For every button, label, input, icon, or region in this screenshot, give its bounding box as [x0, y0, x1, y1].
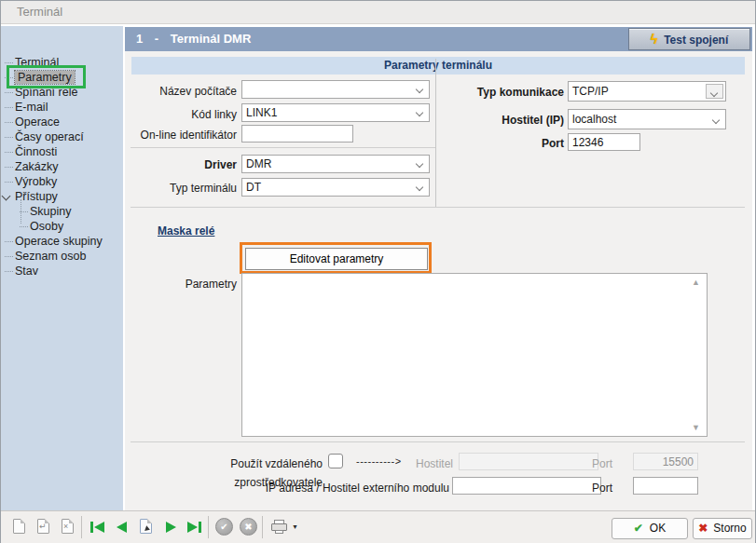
storno-button[interactable]: ✖Storno — [693, 518, 752, 539]
confirm-icon[interactable]: ✔ — [213, 516, 236, 538]
green-annotation-box — [7, 65, 86, 88]
use-remote-broker-checkbox[interactable] — [328, 454, 343, 468]
communication-type-combobox[interactable]: TCP/IP — [568, 81, 726, 102]
sidebar-item-seznam-osob[interactable]: Seznam osob — [1, 249, 123, 264]
port-input[interactable] — [568, 133, 640, 151]
check-icon: ✔ — [634, 522, 643, 535]
driver-combobox[interactable]: DMR — [241, 155, 430, 173]
sidebar-item-label: Operace — [15, 115, 60, 129]
print-icon[interactable] — [268, 516, 290, 538]
first-record-icon[interactable] — [87, 516, 109, 538]
remote-port-input[interactable] — [633, 453, 698, 470]
tree-connector — [20, 226, 28, 227]
toolbar-separator — [262, 516, 263, 538]
sidebar-item-skupiny[interactable]: Skupiny — [1, 204, 123, 219]
external-module-host-label: IP adresa / Hostitel externího modulu — [226, 479, 449, 497]
tree-connector — [5, 241, 13, 242]
sidebar-item-vyrobky[interactable]: Výrobky — [1, 174, 123, 189]
record-name: Terminál DMR — [171, 32, 251, 46]
host-ip-combobox[interactable]: localhost — [568, 109, 726, 129]
next-record-icon[interactable] — [159, 516, 182, 538]
print-menu-icon[interactable]: ▼ — [292, 523, 298, 530]
record-separator: - — [155, 32, 158, 46]
sidebar-item-label: Výrobky — [15, 175, 57, 188]
test-connection-button[interactable]: ϟTest spojení — [628, 28, 750, 50]
driver-value: DMR — [246, 157, 271, 170]
dropdown-button[interactable] — [706, 84, 723, 99]
tree-connector — [5, 152, 13, 153]
sidebar-item-pristupy[interactable]: Přístupy — [1, 189, 123, 204]
external-port-input[interactable] — [633, 477, 698, 495]
sidebar-item-osoby[interactable]: Osoby — [1, 219, 123, 234]
line-code-label: Kód linky — [125, 105, 237, 124]
sidebar-item-label: Skupiny — [30, 205, 71, 218]
cross-icon: ✖ — [698, 522, 708, 535]
tree-connector — [5, 271, 13, 272]
sidebar-item-label: E-mail — [15, 101, 48, 114]
tree-connector — [5, 122, 13, 123]
host-ip-value: localhost — [572, 113, 616, 126]
sidebar-item-label: Činnosti — [15, 145, 57, 158]
record-title: 1 - Terminál DMR — [136, 32, 251, 46]
tree-connector — [5, 256, 13, 257]
online-id-input[interactable] — [241, 125, 353, 143]
sidebar-item-cinnosti[interactable]: Činnosti — [1, 144, 123, 159]
terminal-window: Terminál Terminál Parametry Spínání relé… — [0, 0, 756, 543]
sidebar-item-casy-operaci[interactable]: Časy operací — [1, 129, 123, 144]
cancel-icon[interactable]: ✖ — [238, 516, 260, 538]
sidebar-item-label: Časy operací — [15, 130, 84, 143]
computer-name-label: Název počítače — [125, 82, 237, 101]
test-connection-label: Test spojení — [664, 34, 728, 47]
chevron-down-icon[interactable] — [2, 192, 11, 201]
remote-host-label: Hostitel — [369, 455, 453, 473]
sidebar-item-zakazky[interactable]: Zakázky — [1, 159, 123, 174]
export-page-icon[interactable]: ↵ — [33, 516, 55, 538]
scroll-up-icon[interactable]: ▲ — [692, 278, 700, 287]
sidebar-item-label: Zakázky — [15, 160, 59, 173]
chevron-down-icon[interactable] — [416, 160, 423, 168]
new-page-icon[interactable] — [8, 516, 31, 538]
terminal-type-value: DT — [246, 181, 261, 194]
bottom-toolbar: ↵ × ✔ ✖ ▼ ✔OK ✖Storno — [1, 510, 755, 543]
tree-connector — [5, 137, 13, 138]
sidebar-item-operace-skupiny[interactable]: Operace skupiny — [1, 234, 123, 249]
tree-connector — [5, 182, 13, 183]
relay-mask-link[interactable]: Maska relé — [158, 224, 214, 238]
ok-label: OK — [650, 522, 666, 535]
separator — [131, 207, 745, 208]
sidebar-item-operace[interactable]: Operace — [1, 115, 123, 129]
parameters-label: Parametry — [125, 275, 237, 293]
sidebar-item-email[interactable]: E-mail — [1, 100, 123, 115]
record-index: 1 — [136, 32, 143, 46]
ok-button[interactable]: ✔OK — [612, 518, 688, 539]
orange-annotation-box — [240, 242, 432, 274]
record-header: 1 - Terminál DMR ϟTest spojení — [125, 27, 752, 51]
view-record-icon[interactable] — [135, 516, 158, 538]
terminal-type-label: Typ terminálu — [125, 179, 237, 197]
driver-label: Driver — [125, 156, 237, 174]
chevron-down-icon[interactable] — [416, 183, 423, 191]
separator — [131, 441, 745, 442]
toolbar-separator — [81, 516, 82, 538]
last-record-icon[interactable] — [184, 516, 206, 538]
sidebar-tree: Terminál Parametry Spínání relé E-mail O… — [1, 26, 123, 510]
previous-record-icon[interactable] — [111, 516, 133, 538]
chevron-down-icon[interactable] — [712, 116, 720, 124]
tree-connector — [5, 167, 13, 168]
tree-connector — [5, 92, 13, 93]
sidebar-item-label: Osoby — [30, 220, 63, 233]
delete-page-icon[interactable]: × — [57, 516, 79, 538]
section-title: Parametry terminálu — [131, 57, 745, 75]
online-id-label: On-line identifikátor — [125, 126, 237, 144]
lightning-icon: ϟ — [651, 32, 657, 47]
tree-connector — [5, 62, 13, 63]
terminal-type-combobox[interactable]: DT — [241, 178, 430, 197]
scroll-down-icon[interactable]: ▼ — [692, 423, 700, 432]
external-port-label: Port — [570, 479, 612, 497]
sidebar-item-stav[interactable]: Stav — [1, 264, 123, 278]
parameters-textarea[interactable] — [241, 273, 708, 437]
communication-type-value: TCP/IP — [572, 85, 609, 98]
sidebar-item-label: Stav — [15, 265, 38, 278]
window-title: Terminál — [17, 5, 62, 19]
storno-label: Storno — [713, 522, 746, 535]
